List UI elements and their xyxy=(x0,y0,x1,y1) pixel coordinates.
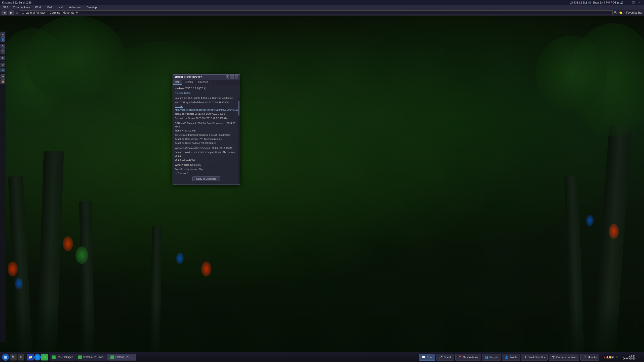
dialog-content: Kirstens S22* 0.3.9.0 (32bit) Release No… xyxy=(173,85,240,184)
bottom-nav-chat[interactable]: 💬 Chat xyxy=(419,354,435,361)
taskbar-kirstens-active[interactable]: Kirstens S22 B... xyxy=(108,354,136,360)
dialog-tab-licenses[interactable]: Licenses xyxy=(195,80,211,85)
toolbar-inventory-btn[interactable]: 📦 xyxy=(1,79,5,84)
camera-label: Camera controls xyxy=(556,356,577,359)
toolbar-avatar-btn[interactable]: 👤 xyxy=(1,37,5,42)
dialog-scroll-thumb[interactable] xyxy=(238,101,239,116)
toolbar-sep-2 xyxy=(1,55,5,55)
version-line: Kirstens S22* 0.3.9.0 (32bit) xyxy=(175,86,238,90)
flora-blue-3 xyxy=(176,253,184,264)
dialog-tab-credits[interactable]: Credits xyxy=(182,80,196,85)
taskbar-file-explorer[interactable]: 📁 xyxy=(27,354,34,360)
flora-red-1 xyxy=(8,261,18,277)
dialog-help-btn[interactable]: ? xyxy=(226,75,229,79)
chat-label: Chat xyxy=(427,356,432,359)
destinations-label: Destinations xyxy=(463,356,478,359)
start-button[interactable]: ⊞ xyxy=(2,354,9,361)
speak-label: Speak xyxy=(444,356,452,359)
dialog-scrollbar[interactable] xyxy=(238,98,240,184)
toolbar-move-btn[interactable]: ⊕ xyxy=(1,32,5,37)
menu-help[interactable]: Help xyxy=(57,6,65,9)
address-bar[interactable] xyxy=(20,10,613,15)
taskbar-kirstens-mic[interactable]: Kirstens-S22 - Mic... xyxy=(76,354,108,360)
tw-label-packaged: S22-Packaged xyxy=(57,356,73,358)
viewport: ⊕ 👤 🔨 🗺 🔍 ⚙ 🌐 📷 📦 ABOUT KIRSTENS S22 ? –… xyxy=(0,16,644,352)
memory-info: Memory: 32702 MB xyxy=(175,129,238,132)
taskbar-s22-packaged[interactable]: S22-Packaged xyxy=(50,354,75,360)
toolbar-world-btn[interactable]: 🌐 xyxy=(1,68,5,72)
restore-button[interactable]: ❐ xyxy=(631,1,636,4)
tw-icon-active xyxy=(110,355,114,359)
task-view-btn[interactable]: ⧉ xyxy=(18,354,24,360)
toolbar-search-btn[interactable]: 🔍 xyxy=(1,56,5,60)
bottom-nav-speak[interactable]: 🎤 Speak xyxy=(436,354,454,361)
clock-date: 23:44 06/04/2020 xyxy=(623,354,635,360)
bottom-nav-profile[interactable]: 👤 Profile xyxy=(502,354,520,361)
bottom-nav-howto[interactable]: ❓ How to xyxy=(580,354,599,361)
taskbar-windows: S22-Packaged Kirstens-S22 - Mic... Kirst… xyxy=(49,354,417,360)
toolbar-settings-btn[interactable]: ⚙ xyxy=(1,63,5,67)
title-bar-right: L$ 631 L$ 1L$ 🛒 Shop 3:44 PM PDT ⊞ 🔊 – ❐… xyxy=(570,1,642,4)
close-button[interactable]: ✕ xyxy=(638,1,642,4)
minimize-button[interactable]: – xyxy=(626,1,629,4)
profile-icon: 👤 xyxy=(505,355,508,359)
tw-icon-mic xyxy=(78,355,82,359)
dialog-minimize-btn[interactable]: – xyxy=(230,75,234,79)
toolbar-sep-1 xyxy=(1,43,5,43)
taskbar-s22-icon[interactable]: S xyxy=(41,354,48,360)
bottom-nav-camera[interactable]: 📷 Camera controls xyxy=(549,354,579,361)
search-taskbar-btn[interactable]: 🔍 xyxy=(10,354,17,360)
back-button[interactable]: ◀ xyxy=(2,11,7,15)
dialog-tab-info[interactable]: Info xyxy=(173,80,182,85)
show-desktop-btn[interactable]: ▏ xyxy=(637,354,642,361)
walk-icon: 🚶 xyxy=(524,355,528,359)
ui-scaling: UI Scaling: 1 xyxy=(175,171,238,175)
menu-develop[interactable]: Develop xyxy=(86,6,98,9)
toolbar-snapshot-btn[interactable]: 📷 xyxy=(1,74,5,79)
tree-trunk-3 xyxy=(79,201,94,352)
release-notes-link[interactable]: Release Notes xyxy=(175,91,238,95)
forward-button[interactable]: ▶ xyxy=(9,11,14,15)
menu-s22[interactable]: S22 xyxy=(2,6,9,9)
copy-clipboard-button[interactable]: Copy to Clipboard xyxy=(192,176,220,181)
flora-red-4 xyxy=(201,261,211,277)
sim-address: sim10757.agni.lindenlab.com (216.82.56.4… xyxy=(175,101,238,104)
tray-icons: 🔺🔔📶🔊 xyxy=(603,356,614,358)
cpu-info: CPU: AMD Ryzen 5 1600 Six-Core Processor… xyxy=(175,121,238,129)
bottom-nav-walk[interactable]: 🚶 Walk/Run/Fly xyxy=(521,354,548,361)
howto-icon: ❓ xyxy=(583,355,587,359)
menu-advanced[interactable]: Advanced xyxy=(68,6,83,9)
taskbar-edge[interactable]: 🌐 xyxy=(34,354,41,360)
search-icon: 🔍 xyxy=(614,11,618,14)
menu-communicate[interactable]: Communicate xyxy=(12,6,31,9)
tw-icon-packaged xyxy=(52,355,56,359)
menu-world[interactable]: World xyxy=(34,6,43,9)
taskbar-pinned-icons: 📁 🌐 S xyxy=(26,354,49,360)
bottom-nav-destinations[interactable]: 📍 Destinations xyxy=(455,354,481,361)
toolbar-build-btn[interactable]: 🔨 xyxy=(1,44,5,49)
bottom-nav-people[interactable]: 👥 People xyxy=(482,354,501,361)
dialog-close-btn[interactable]: ✕ xyxy=(235,75,238,79)
speak-icon: 🎤 xyxy=(439,355,443,359)
title-bar-info: L$ 631 L$ 1L$ 🛒 Shop 3:44 PM PDT ⊞ 🔊 xyxy=(570,1,624,4)
title-bar-title: Kirstens S22 Build 1286 xyxy=(2,1,31,4)
flora-red-2 xyxy=(63,236,73,251)
tw-label-mic: Kirstens-S22 - Mic... xyxy=(83,356,105,358)
os-info: OS Version: Microsoft Windows 8 64-bit (… xyxy=(175,133,238,137)
flora-blue-1 xyxy=(15,278,23,289)
win-driver: Windows Graphics Driver Version: 26.20.1… xyxy=(175,146,238,150)
start-area: ⊞ 🔍 ⧉ xyxy=(0,354,26,361)
chat-icon: 💬 xyxy=(422,355,426,359)
menu-bar: S22 Communicate World Build Help Advance… xyxy=(0,5,644,10)
destinations-icon: 📍 xyxy=(458,355,462,359)
favorites-bar: Favorites Bar xyxy=(626,11,642,14)
dialog-titlebar: ABOUT KIRSTENS S22 ? – ✕ xyxy=(173,75,240,80)
dialog-controls: ? – ✕ xyxy=(226,75,238,79)
menu-build[interactable]: Build xyxy=(46,6,54,9)
howto-label: How to xyxy=(588,356,596,359)
dialog-tabs: Info Credits Licenses xyxy=(173,80,240,85)
toolbar-map-btn[interactable]: 🗺 xyxy=(1,49,5,54)
sl-server: Second Life Server 2020-03-20T18:40:52.5… xyxy=(175,116,238,120)
clock-time: 23:44 xyxy=(623,354,635,357)
slurl-link[interactable]: SLURL: http://maps.secondlife.com/second… xyxy=(175,105,238,112)
